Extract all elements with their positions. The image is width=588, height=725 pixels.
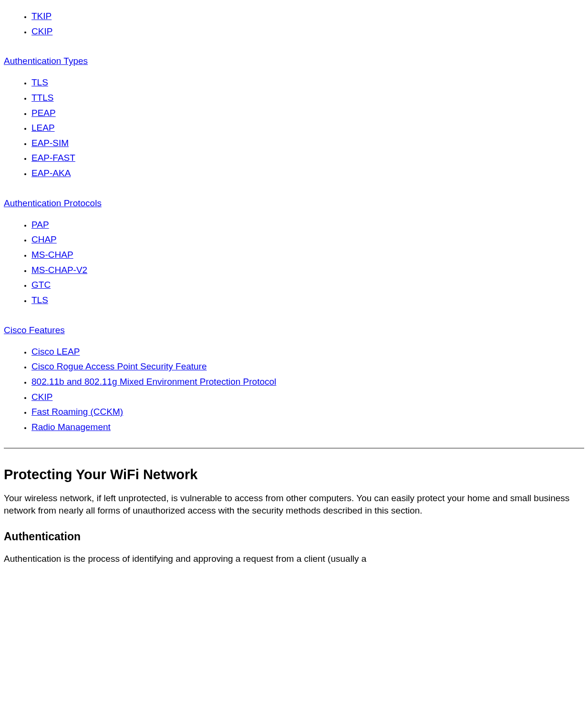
- heading-authentication: Authentication: [4, 530, 584, 543]
- list-item: EAP-SIM: [31, 136, 584, 151]
- toc-list-cisco-features: Cisco LEAP Cisco Rogue Access Point Secu…: [4, 344, 584, 435]
- list-item: CHAP: [31, 232, 584, 247]
- toc-link-gtc[interactable]: GTC: [31, 280, 51, 290]
- toc-link-cisco-leap[interactable]: Cisco LEAP: [31, 347, 80, 357]
- list-item: 802.11b and 802.11g Mixed Environment Pr…: [31, 374, 584, 389]
- heading-protecting-wifi: Protecting Your WiFi Network: [4, 467, 584, 483]
- toc-link-tls2[interactable]: TLS: [31, 295, 48, 305]
- toc-link-eap-sim[interactable]: EAP-SIM: [31, 138, 69, 148]
- list-item: Cisco LEAP: [31, 344, 584, 359]
- list-item: LEAP: [31, 120, 584, 136]
- para-protecting-wifi: Your wireless network, if left unprotect…: [4, 492, 584, 516]
- list-item: PAP: [31, 217, 584, 232]
- toc-link-leap[interactable]: LEAP: [31, 123, 55, 133]
- list-item: Radio Management: [31, 420, 584, 435]
- toc-list-authentication-protocols: PAP CHAP MS-CHAP MS-CHAP-V2 GTC TLS: [4, 217, 584, 308]
- list-item: MS-CHAP: [31, 247, 584, 263]
- divider: [4, 448, 584, 449]
- list-item: EAP-AKA: [31, 166, 584, 181]
- toc-list-group0: TKIP CKIP: [4, 9, 584, 39]
- list-item: PEAP: [31, 105, 584, 121]
- toc-heading-authentication-types[interactable]: Authentication Types: [4, 56, 584, 66]
- list-item: TLS: [31, 75, 584, 90]
- toc-link-eap-aka[interactable]: EAP-AKA: [31, 168, 71, 178]
- toc-link-peap[interactable]: PEAP: [31, 108, 56, 118]
- toc-link-fast-roaming[interactable]: Fast Roaming (CCKM): [31, 407, 123, 417]
- list-item: CKIP: [31, 389, 584, 405]
- toc-link-radio-management[interactable]: Radio Management: [31, 422, 111, 432]
- list-item: TKIP: [31, 9, 584, 24]
- toc-link-chap[interactable]: CHAP: [31, 234, 57, 244]
- para-authentication: Authentication is the process of identif…: [4, 553, 584, 565]
- toc-link-tls[interactable]: TLS: [31, 77, 48, 87]
- toc-link-ckip[interactable]: CKIP: [31, 26, 52, 36]
- toc-link-ckip2[interactable]: CKIP: [31, 392, 52, 402]
- toc-link-tkip[interactable]: TKIP: [31, 11, 52, 21]
- list-item: EAP-FAST: [31, 150, 584, 166]
- list-item: GTC: [31, 277, 584, 293]
- toc-link-ttls[interactable]: TTLS: [31, 93, 53, 103]
- list-item: MS-CHAP-V2: [31, 263, 584, 278]
- toc-link-ms-chap-v2[interactable]: MS-CHAP-V2: [31, 265, 87, 275]
- list-item: TLS: [31, 293, 584, 308]
- list-item: TTLS: [31, 90, 584, 105]
- toc-heading-authentication-protocols[interactable]: Authentication Protocols: [4, 198, 584, 209]
- list-item: CKIP: [31, 24, 584, 39]
- toc-heading-cisco-features[interactable]: Cisco Features: [4, 325, 584, 336]
- toc-list-authentication-types: TLS TTLS PEAP LEAP EAP-SIM EAP-FAST EAP-…: [4, 75, 584, 180]
- toc-link-cisco-rogue-ap[interactable]: Cisco Rogue Access Point Security Featur…: [31, 361, 207, 371]
- toc-link-ms-chap[interactable]: MS-CHAP: [31, 250, 73, 260]
- toc-link-mixed-env[interactable]: 802.11b and 802.11g Mixed Environment Pr…: [31, 377, 276, 387]
- list-item: Fast Roaming (CCKM): [31, 404, 584, 420]
- list-item: Cisco Rogue Access Point Security Featur…: [31, 359, 584, 374]
- toc-link-pap[interactable]: PAP: [31, 220, 49, 230]
- toc-link-eap-fast[interactable]: EAP-FAST: [31, 153, 75, 163]
